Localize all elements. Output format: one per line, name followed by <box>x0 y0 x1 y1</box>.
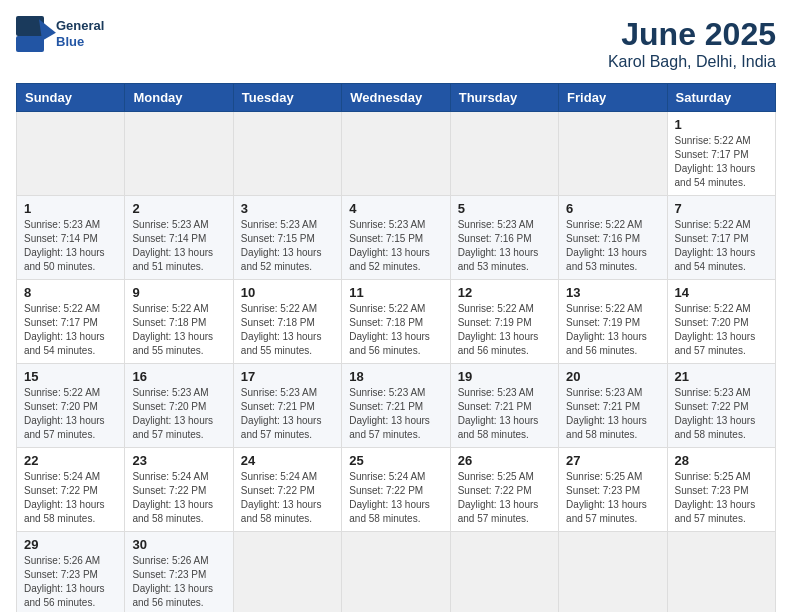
day-number: 6 <box>566 201 659 216</box>
day-number: 16 <box>132 369 225 384</box>
calendar-cell <box>450 532 558 613</box>
calendar-cell: 1 Sunrise: 5:22 AM Sunset: 7:17 PM Dayli… <box>667 112 775 196</box>
calendar-cell: 22 Sunrise: 5:24 AM Sunset: 7:22 PM Dayl… <box>17 448 125 532</box>
calendar-cell: 10 Sunrise: 5:22 AM Sunset: 7:18 PM Dayl… <box>233 280 341 364</box>
day-number: 17 <box>241 369 334 384</box>
calendar-cell: 29 Sunrise: 5:26 AM Sunset: 7:23 PM Dayl… <box>17 532 125 613</box>
day-detail: Sunrise: 5:22 AM Sunset: 7:18 PM Dayligh… <box>241 302 334 358</box>
calendar-cell: 25 Sunrise: 5:24 AM Sunset: 7:22 PM Dayl… <box>342 448 450 532</box>
day-header-wednesday: Wednesday <box>342 84 450 112</box>
day-detail: Sunrise: 5:24 AM Sunset: 7:22 PM Dayligh… <box>24 470 117 526</box>
day-detail: Sunrise: 5:23 AM Sunset: 7:15 PM Dayligh… <box>241 218 334 274</box>
day-detail: Sunrise: 5:22 AM Sunset: 7:18 PM Dayligh… <box>132 302 225 358</box>
calendar-title: June 2025 <box>608 16 776 53</box>
day-detail: Sunrise: 5:22 AM Sunset: 7:17 PM Dayligh… <box>675 218 768 274</box>
calendar-week-row: 29 Sunrise: 5:26 AM Sunset: 7:23 PM Dayl… <box>17 532 776 613</box>
day-detail: Sunrise: 5:26 AM Sunset: 7:23 PM Dayligh… <box>132 554 225 610</box>
day-number: 29 <box>24 537 117 552</box>
calendar-week-row: 1 Sunrise: 5:22 AM Sunset: 7:17 PM Dayli… <box>17 112 776 196</box>
day-number: 9 <box>132 285 225 300</box>
calendar-week-row: 8 Sunrise: 5:22 AM Sunset: 7:17 PM Dayli… <box>17 280 776 364</box>
day-detail: Sunrise: 5:23 AM Sunset: 7:21 PM Dayligh… <box>241 386 334 442</box>
day-number: 8 <box>24 285 117 300</box>
calendar-cell: 7 Sunrise: 5:22 AM Sunset: 7:17 PM Dayli… <box>667 196 775 280</box>
day-number: 25 <box>349 453 442 468</box>
day-header-monday: Monday <box>125 84 233 112</box>
day-number: 27 <box>566 453 659 468</box>
calendar-cell: 14 Sunrise: 5:22 AM Sunset: 7:20 PM Dayl… <box>667 280 775 364</box>
day-number: 5 <box>458 201 551 216</box>
day-detail: Sunrise: 5:26 AM Sunset: 7:23 PM Dayligh… <box>24 554 117 610</box>
calendar-header-row: SundayMondayTuesdayWednesdayThursdayFrid… <box>17 84 776 112</box>
day-detail: Sunrise: 5:22 AM Sunset: 7:19 PM Dayligh… <box>458 302 551 358</box>
logo-line2: Blue <box>56 34 104 50</box>
calendar-week-row: 1 Sunrise: 5:23 AM Sunset: 7:14 PM Dayli… <box>17 196 776 280</box>
day-number: 19 <box>458 369 551 384</box>
calendar-cell: 26 Sunrise: 5:25 AM Sunset: 7:22 PM Dayl… <box>450 448 558 532</box>
calendar-cell: 5 Sunrise: 5:23 AM Sunset: 7:16 PM Dayli… <box>450 196 558 280</box>
day-number: 15 <box>24 369 117 384</box>
title-area: June 2025 Karol Bagh, Delhi, India <box>608 16 776 71</box>
calendar-cell: 17 Sunrise: 5:23 AM Sunset: 7:21 PM Dayl… <box>233 364 341 448</box>
calendar-cell: 30 Sunrise: 5:26 AM Sunset: 7:23 PM Dayl… <box>125 532 233 613</box>
day-detail: Sunrise: 5:23 AM Sunset: 7:22 PM Dayligh… <box>675 386 768 442</box>
calendar-cell: 2 Sunrise: 5:23 AM Sunset: 7:14 PM Dayli… <box>125 196 233 280</box>
day-number: 14 <box>675 285 768 300</box>
calendar-cell: 4 Sunrise: 5:23 AM Sunset: 7:15 PM Dayli… <box>342 196 450 280</box>
day-number: 10 <box>241 285 334 300</box>
calendar-cell <box>17 112 125 196</box>
day-number: 30 <box>132 537 225 552</box>
day-detail: Sunrise: 5:24 AM Sunset: 7:22 PM Dayligh… <box>241 470 334 526</box>
logo-text: General Blue <box>56 18 104 49</box>
day-number: 4 <box>349 201 442 216</box>
day-detail: Sunrise: 5:23 AM Sunset: 7:15 PM Dayligh… <box>349 218 442 274</box>
calendar-cell: 27 Sunrise: 5:25 AM Sunset: 7:23 PM Dayl… <box>559 448 667 532</box>
calendar-cell <box>342 112 450 196</box>
day-number: 3 <box>241 201 334 216</box>
calendar-cell: 15 Sunrise: 5:22 AM Sunset: 7:20 PM Dayl… <box>17 364 125 448</box>
calendar-location: Karol Bagh, Delhi, India <box>608 53 776 71</box>
day-number: 26 <box>458 453 551 468</box>
day-number: 18 <box>349 369 442 384</box>
day-detail: Sunrise: 5:23 AM Sunset: 7:21 PM Dayligh… <box>349 386 442 442</box>
day-detail: Sunrise: 5:22 AM Sunset: 7:18 PM Dayligh… <box>349 302 442 358</box>
day-detail: Sunrise: 5:23 AM Sunset: 7:21 PM Dayligh… <box>566 386 659 442</box>
day-number: 2 <box>132 201 225 216</box>
day-number: 22 <box>24 453 117 468</box>
calendar-cell <box>667 532 775 613</box>
calendar-cell <box>233 112 341 196</box>
day-header-saturday: Saturday <box>667 84 775 112</box>
day-detail: Sunrise: 5:23 AM Sunset: 7:21 PM Dayligh… <box>458 386 551 442</box>
day-number: 11 <box>349 285 442 300</box>
day-detail: Sunrise: 5:22 AM Sunset: 7:20 PM Dayligh… <box>24 386 117 442</box>
page-header: General Blue June 2025 Karol Bagh, Delhi… <box>16 16 776 71</box>
day-number: 23 <box>132 453 225 468</box>
day-number: 24 <box>241 453 334 468</box>
calendar-week-row: 22 Sunrise: 5:24 AM Sunset: 7:22 PM Dayl… <box>17 448 776 532</box>
day-detail: Sunrise: 5:23 AM Sunset: 7:14 PM Dayligh… <box>24 218 117 274</box>
day-detail: Sunrise: 5:22 AM Sunset: 7:20 PM Dayligh… <box>675 302 768 358</box>
day-detail: Sunrise: 5:25 AM Sunset: 7:22 PM Dayligh… <box>458 470 551 526</box>
calendar-cell: 11 Sunrise: 5:22 AM Sunset: 7:18 PM Dayl… <box>342 280 450 364</box>
day-detail: Sunrise: 5:22 AM Sunset: 7:17 PM Dayligh… <box>24 302 117 358</box>
calendar-cell <box>125 112 233 196</box>
calendar-cell: 18 Sunrise: 5:23 AM Sunset: 7:21 PM Dayl… <box>342 364 450 448</box>
day-number: 7 <box>675 201 768 216</box>
calendar-cell: 23 Sunrise: 5:24 AM Sunset: 7:22 PM Dayl… <box>125 448 233 532</box>
day-detail: Sunrise: 5:23 AM Sunset: 7:20 PM Dayligh… <box>132 386 225 442</box>
calendar-cell: 19 Sunrise: 5:23 AM Sunset: 7:21 PM Dayl… <box>450 364 558 448</box>
calendar-cell: 16 Sunrise: 5:23 AM Sunset: 7:20 PM Dayl… <box>125 364 233 448</box>
calendar-cell: 28 Sunrise: 5:25 AM Sunset: 7:23 PM Dayl… <box>667 448 775 532</box>
calendar-cell <box>450 112 558 196</box>
calendar-cell: 3 Sunrise: 5:23 AM Sunset: 7:15 PM Dayli… <box>233 196 341 280</box>
calendar-cell: 9 Sunrise: 5:22 AM Sunset: 7:18 PM Dayli… <box>125 280 233 364</box>
day-number: 1 <box>24 201 117 216</box>
calendar-cell <box>559 112 667 196</box>
day-number: 13 <box>566 285 659 300</box>
day-detail: Sunrise: 5:24 AM Sunset: 7:22 PM Dayligh… <box>349 470 442 526</box>
calendar-week-row: 15 Sunrise: 5:22 AM Sunset: 7:20 PM Dayl… <box>17 364 776 448</box>
day-detail: Sunrise: 5:23 AM Sunset: 7:16 PM Dayligh… <box>458 218 551 274</box>
day-detail: Sunrise: 5:22 AM Sunset: 7:19 PM Dayligh… <box>566 302 659 358</box>
day-number: 1 <box>675 117 768 132</box>
calendar-table: SundayMondayTuesdayWednesdayThursdayFrid… <box>16 83 776 612</box>
